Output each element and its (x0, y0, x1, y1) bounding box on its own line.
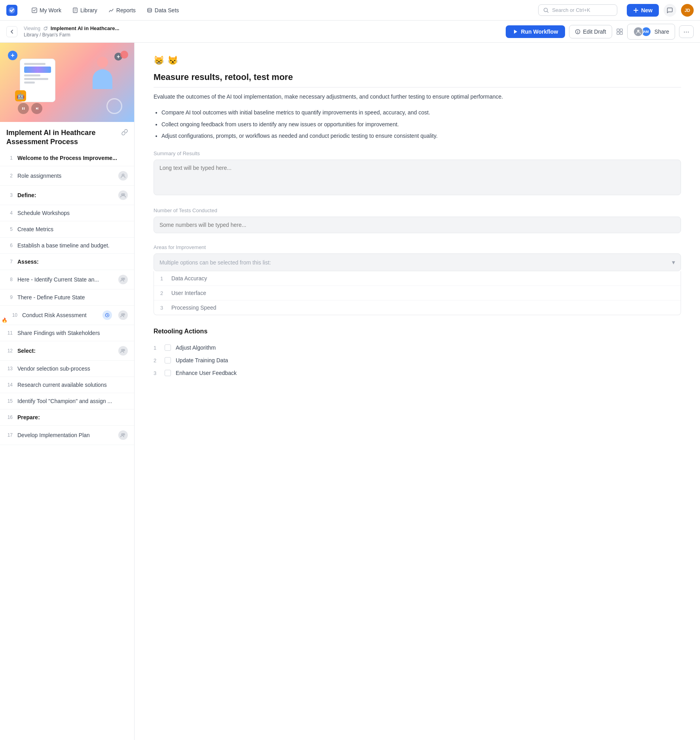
retooling-title: Retooling Actions (154, 328, 681, 335)
collaborator-avatars: AM (633, 27, 651, 37)
view-icons (616, 28, 623, 35)
checklist-item-1[interactable]: 1 Welcome to the Process Improveme... (0, 150, 134, 166)
checkbox-icon (32, 8, 37, 13)
subheader-actions: Run Workflow Edit Draft (506, 24, 694, 40)
checklist-item-9[interactable]: 9 There - Define Future State (0, 289, 134, 306)
areas-field-section: Areas for Improvement Multiple options c… (154, 244, 681, 315)
fire-badge: 🔥 (2, 318, 8, 323)
chart-icon (108, 8, 114, 13)
checklist-item-14[interactable]: 14 Research current available solutions (0, 377, 134, 393)
people-icon-item12 (118, 346, 128, 356)
summary-textarea[interactable] (154, 160, 681, 195)
link-icon[interactable] (121, 128, 128, 137)
chat-icon (667, 7, 673, 13)
content-title: Measure results, retool, test more (154, 72, 681, 88)
svg-rect-17 (22, 107, 23, 110)
nav-my-work[interactable]: My Work (27, 5, 66, 16)
topnav-right: New JD (627, 4, 694, 17)
nav-items: My Work Library Reports Data Sets (27, 5, 529, 16)
edit-draft-button[interactable]: Edit Draft (569, 25, 612, 38)
svg-point-25 (123, 278, 125, 280)
bullet-1: Compare AI tool outcomes with initial ba… (161, 108, 681, 118)
sidebar-title-area: Implement AI in Heathcare Assessment Pro… (0, 122, 134, 150)
nav-reports[interactable]: Reports (104, 5, 140, 16)
checklist-item-17[interactable]: 17 Develop Implementation Plan (0, 426, 134, 445)
checklist-item-11[interactable]: 11 Share Findings with Stakeholders (0, 325, 134, 341)
clock-icon-item10 (102, 310, 112, 320)
subheader: Viewing Implement AI in Heathcare... Lib… (0, 21, 700, 43)
sidebar: + + (0, 43, 135, 740)
svg-point-16 (637, 30, 639, 32)
app-logo[interactable] (6, 5, 17, 16)
people-icon-item8 (118, 275, 128, 284)
hero-dot-deco (120, 51, 128, 59)
checklist-item-8[interactable]: 8 Here - Identify Current State an... (0, 270, 134, 289)
subheader-title-area: Viewing Implement AI in Heathcare... Lib… (24, 25, 499, 38)
tests-label: Number of Tests Conducted (154, 207, 681, 213)
hero-person-figure (93, 57, 112, 89)
svg-point-32 (123, 434, 125, 435)
retooling-checkbox-3[interactable] (165, 370, 171, 376)
tests-input[interactable] (154, 217, 681, 233)
checklist-item-6[interactable]: 6 Establish a base timeline and budget. (0, 238, 134, 254)
viewing-label: Viewing Implement AI in Heathcare... (24, 25, 499, 31)
areas-dropdown-list: 1 Data Accuracy 2 User Interface 3 Proce… (154, 271, 681, 315)
summary-label: Summary of Results (154, 150, 681, 156)
svg-marker-19 (36, 107, 38, 110)
people-icon-item17 (118, 430, 128, 440)
checklist-item-16[interactable]: 16 Prepare: (0, 409, 134, 426)
chevron-down-icon: ▾ (672, 259, 675, 266)
checklist: 1 Welcome to the Process Improveme... 2 … (0, 150, 134, 445)
checklist-item-15[interactable]: 15 Identify Tool "Champion" and assign .… (0, 393, 134, 409)
database-icon (147, 8, 152, 13)
new-button[interactable]: New (627, 4, 659, 17)
svg-point-29 (121, 349, 123, 351)
bullet-3: Adjust configurations, prompts, or workf… (161, 131, 681, 141)
plus-icon (633, 8, 639, 13)
svg-rect-18 (24, 107, 25, 110)
share-button[interactable]: AM Share (627, 24, 675, 40)
svg-point-11 (578, 30, 578, 30)
summary-field-section: Summary of Results (154, 150, 681, 196)
back-button[interactable] (6, 26, 17, 37)
svg-point-21 (122, 174, 124, 176)
grid-view-icon[interactable] (616, 28, 623, 35)
nav-data-sets[interactable]: Data Sets (142, 5, 184, 16)
checklist-item-5[interactable]: 5 Create Metrics (0, 221, 134, 238)
svg-point-23 (123, 194, 125, 195)
svg-point-31 (121, 434, 123, 435)
checklist-item-4[interactable]: 4 Schedule Workshops (0, 205, 134, 221)
area-option-3[interactable]: 3 Processing Speed (154, 301, 681, 315)
checklist-item-13[interactable]: 13 Vendor selection sub-process (0, 361, 134, 377)
svg-rect-15 (620, 32, 622, 34)
area-option-2[interactable]: 2 User Interface (154, 286, 681, 301)
svg-point-24 (121, 278, 123, 280)
svg-point-28 (123, 314, 125, 315)
hero-circle-deco (106, 98, 122, 114)
search-icon (543, 8, 549, 13)
retooling-checkbox-2[interactable] (165, 357, 171, 363)
area-option-1[interactable]: 1 Data Accuracy (154, 271, 681, 286)
more-options-button[interactable]: ··· (679, 25, 694, 38)
checklist-item-2[interactable]: 2 Role assignments (0, 166, 134, 186)
areas-label: Areas for Improvement (154, 244, 681, 250)
svg-point-27 (121, 314, 123, 315)
checklist-item-10[interactable]: 🔥 10 Conduct Risk Assessment (0, 306, 134, 325)
svg-point-30 (123, 349, 125, 351)
checklist-item-12[interactable]: 12 Select: (0, 341, 134, 361)
chat-button[interactable] (664, 4, 676, 17)
hero-robot-icon: 🤖 (15, 90, 26, 101)
search-bar[interactable]: Search or Ctrl+K (538, 4, 617, 16)
retooling-checkbox-1[interactable] (165, 344, 171, 351)
avatar-b (633, 27, 643, 37)
nav-library[interactable]: Library (68, 5, 102, 16)
breadcrumb: Library / Bryan's Farm (24, 32, 499, 38)
content-description: Evaluate the outcomes of the AI tool imp… (154, 92, 681, 102)
run-workflow-button[interactable]: Run Workflow (506, 25, 565, 38)
areas-select[interactable]: Multiple options can be selected from th… (154, 253, 681, 271)
user-avatar[interactable]: JD (681, 4, 694, 17)
checklist-item-7[interactable]: 7 Assess: (0, 254, 134, 270)
top-navigation: My Work Library Reports Data Sets (0, 0, 700, 21)
checklist-item-3[interactable]: 3 Define: (0, 186, 134, 205)
main-layout: + + (0, 43, 700, 740)
